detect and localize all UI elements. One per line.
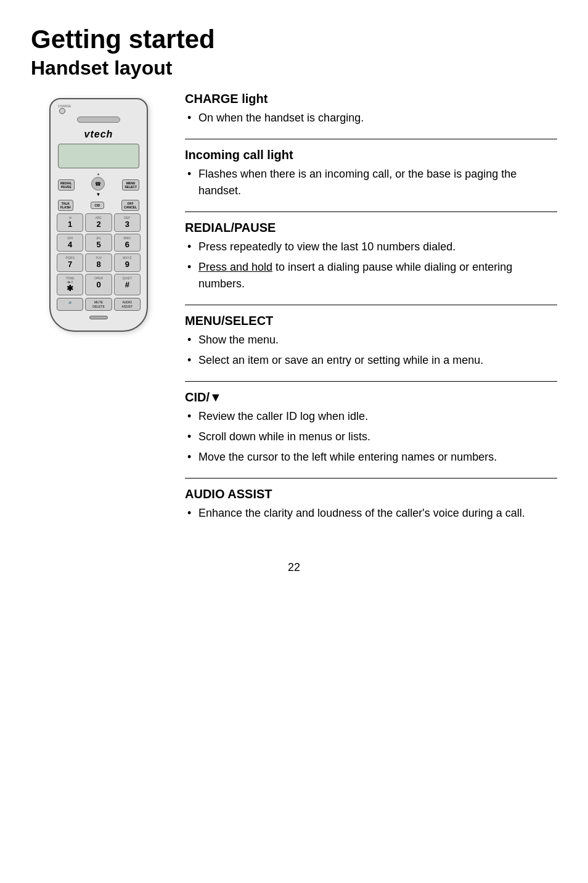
feature-menu-select-bullet-1: Select an item or save an entry or setti… <box>185 352 557 369</box>
feature-audio-assist-bullets: Enhance the clarity and loudness of the … <box>185 505 557 522</box>
phone-screen <box>58 144 139 168</box>
press-and-hold-text: Press and hold <box>198 261 272 273</box>
feature-redial-pause-bullets: Press repeatedly to view the last 10 num… <box>185 239 557 292</box>
feature-cid-bullets: Review the caller ID log when idle. Scro… <box>185 408 557 466</box>
off-cancel-btn: OFFCANCEL <box>121 200 139 211</box>
charge-indicator <box>59 108 65 114</box>
nav-icon: ☎ <box>91 177 105 191</box>
cid-btn: CID <box>91 202 104 209</box>
feature-incoming-call-bullet-0: Flashes when there is an incoming call, … <box>185 166 557 199</box>
key-star: TONEa▶A✱ <box>57 274 83 296</box>
feature-menu-select-bullet-0: Show the menu. <box>185 332 557 348</box>
nav-arrow-down: ▼ <box>96 192 100 197</box>
bottom-buttons: 🔊 MUTEDELETE AUDIOASSIST <box>57 298 141 311</box>
feature-charge-light-bullet-0: On when the handset is charging. <box>185 110 557 126</box>
key-7: PQRS7 <box>57 253 83 272</box>
redial-pause-btn: REDIALPAUSE <box>58 179 75 191</box>
feature-redial-pause-title: REDIAL/PAUSE <box>185 221 557 235</box>
feature-redial-pause: REDIAL/PAUSE Press repeatedly to view th… <box>185 221 557 305</box>
audio-assist-btn: AUDIOASSIST <box>114 298 141 311</box>
charge-label: CHARGE <box>58 104 71 108</box>
feature-menu-select: MENU/SELECT Show the menu. Select an ite… <box>185 314 557 382</box>
key-1: ✉1 <box>57 213 83 232</box>
speaker-btn: 🔊 <box>57 298 83 311</box>
feature-descriptions: CHARGE light On when the handset is char… <box>185 92 557 543</box>
talk-row: TALKFLASH CID OFFCANCEL <box>58 200 139 211</box>
speaker-bar <box>77 117 120 123</box>
key-9: WXYZ9 <box>114 253 141 272</box>
feature-cid-bullet-2: Move the cursor to the left while enteri… <box>185 449 557 466</box>
feature-charge-light: CHARGE light On when the handset is char… <box>185 92 557 139</box>
feature-incoming-call-title: Incoming call light <box>185 148 557 162</box>
menu-select-btn: MENUSELECT <box>122 179 139 191</box>
key-hash: QUIET# <box>114 274 141 296</box>
charge-port <box>89 316 108 319</box>
feature-menu-select-title: MENU/SELECT <box>185 314 557 328</box>
keypad: ✉1 ABC2 DEF3 GHI4 JKL5 MNO6 PQRS7 TUV8 W… <box>57 213 141 295</box>
talk-flash-btn: TALKFLASH <box>58 200 73 211</box>
feature-incoming-call-light: Incoming call light Flashes when there i… <box>185 148 557 212</box>
feature-incoming-call-bullets: Flashes when there is an incoming call, … <box>185 166 557 199</box>
page-title: Getting started <box>31 25 557 54</box>
handset-illustration: CHARGE vtech REDIALPAUSE ▲ ☎ ▼ MENUSELEC… <box>31 92 166 543</box>
key-3: DEF3 <box>114 213 141 232</box>
key-4: GHI4 <box>57 234 83 252</box>
key-5: JKL5 <box>85 234 112 252</box>
key-0: OPER0 <box>85 274 112 296</box>
nav-center: ▲ ☎ ▼ <box>91 172 105 197</box>
feature-cid-bullet-1: Scroll down while in menus or lists. <box>185 429 557 445</box>
brand-logo: vtech <box>55 129 142 140</box>
key-8: TUV8 <box>85 253 112 272</box>
feature-redial-pause-bullet-1: Press and hold to insert a dialing pause… <box>185 259 557 292</box>
feature-audio-assist-title: AUDIO ASSIST <box>185 487 557 501</box>
feature-cid-title: CID/▼ <box>185 390 557 405</box>
page-number: 22 <box>31 561 557 574</box>
feature-audio-assist: AUDIO ASSIST Enhance the clarity and lou… <box>185 487 557 534</box>
feature-charge-light-title: CHARGE light <box>185 92 557 106</box>
feature-menu-select-bullets: Show the menu. Select an item or save an… <box>185 332 557 369</box>
nav-row: REDIALPAUSE ▲ ☎ ▼ MENUSELECT <box>58 172 139 197</box>
feature-charge-light-bullets: On when the handset is charging. <box>185 110 557 126</box>
mute-delete-btn: MUTEDELETE <box>85 298 112 311</box>
key-6: MNO6 <box>114 234 141 252</box>
feature-cid-bullet-0: Review the caller ID log when idle. <box>185 408 557 425</box>
feature-audio-assist-bullet-0: Enhance the clarity and loudness of the … <box>185 505 557 522</box>
key-2: ABC2 <box>85 213 112 232</box>
page-subtitle: Handset layout <box>31 57 557 80</box>
feature-cid: CID/▼ Review the caller ID log when idle… <box>185 390 557 478</box>
feature-redial-pause-bullet-0: Press repeatedly to view the last 10 num… <box>185 239 557 255</box>
